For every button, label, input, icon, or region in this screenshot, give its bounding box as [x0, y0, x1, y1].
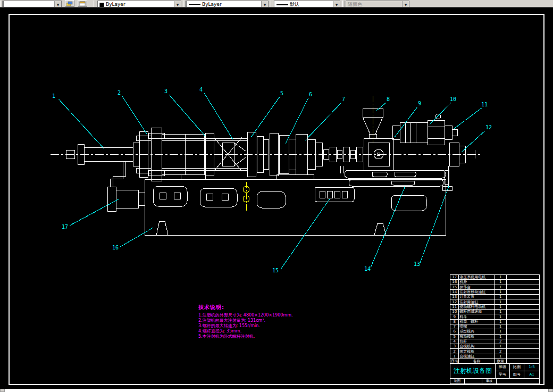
notes-title: 技术说明:	[198, 304, 292, 311]
bom-cell-name: 机筒、螺杆	[459, 319, 495, 324]
make-layer-current-icon-button[interactable]	[78, 0, 87, 7]
layer-sheet-icon	[79, 1, 86, 6]
callout-label: 10	[450, 96, 456, 102]
bom-cell-qty: 1	[495, 304, 506, 309]
bom-row: 15操作台1	[450, 285, 540, 289]
bom-row: 8机筒、螺杆1	[450, 319, 540, 324]
bom-cell-name: 机身	[459, 280, 495, 285]
toolbar-grip[interactable]	[0, 1, 3, 7]
bom-cell-remark	[506, 319, 539, 324]
chevron-down-icon: ▼	[402, 1, 409, 7]
toolbar-grip[interactable]	[271, 1, 273, 7]
bom-cell-no: 2	[450, 349, 459, 354]
scroll-nub[interactable]	[0, 389, 5, 392]
leader-lines	[58, 93, 485, 269]
properties-toolbar: ▼ ByLayer ▼ ByLayer ▼ 默认 ▼ 随颜色 ▼	[0, 0, 553, 7]
bom-cell-qty: 1	[495, 285, 506, 289]
bom-cell-remark	[506, 285, 539, 289]
lineweight-control-value: 默认	[288, 1, 333, 7]
bom-cell-name: 注射座移动油缸	[459, 289, 495, 294]
bom-cell-qty: 1	[495, 310, 506, 314]
bom-cell-qty: 1	[495, 275, 506, 280]
notes-line: 1.注塑机的外形尺寸为: 4800×1200×1900mm.	[198, 313, 292, 318]
callout-label: 15	[272, 268, 279, 273]
bom-cell-no: 17	[450, 275, 459, 280]
yellow-centerlines	[243, 96, 373, 212]
bom-cell-name: 料斗	[459, 314, 495, 319]
bom-row: 6成型模具1	[450, 329, 540, 334]
bom-cell-remark	[506, 310, 539, 314]
title-block-check-label: 审核	[482, 379, 497, 383]
bom-cell-qty: 1	[495, 299, 506, 304]
title-block-draw-label: 制图	[450, 379, 465, 383]
scroll-nub[interactable]	[548, 389, 553, 392]
bom-cell-name: 驱动螺杆电动机	[459, 304, 495, 309]
plot-style-control-value: 随颜色	[346, 1, 402, 7]
chevron-down-icon[interactable]: ▼	[54, 1, 61, 7]
bom-cell-name: 合模油缸	[459, 354, 495, 358]
chevron-down-icon[interactable]: ▼	[261, 1, 268, 7]
layer-properties-icon-button[interactable]	[65, 0, 74, 7]
notes-line: 5.本注射机为卧式螺杆注射机.	[198, 334, 292, 339]
layer-combo[interactable]: ▼	[3, 1, 62, 7]
bom-cell-remark	[506, 349, 539, 354]
bom-row: 12注射用油缸1	[450, 299, 540, 304]
lineweight-control-combo[interactable]: 默认 ▼	[274, 1, 340, 7]
callout-label: 16	[112, 245, 119, 251]
callout-label: 4	[199, 87, 203, 93]
bom-header-qty: 数量	[495, 359, 506, 364]
layers-icon	[66, 1, 73, 6]
bom-cell-remark	[506, 354, 539, 358]
color-control-value: ByLayer	[104, 1, 174, 7]
bom-cell-qty: 1	[495, 295, 506, 299]
bom-cell-remark	[506, 339, 539, 344]
callout-label: 17	[62, 224, 68, 230]
linetype-control-combo[interactable]: ByLayer ▼	[186, 1, 269, 7]
bom-cell-qty: 2	[495, 339, 506, 344]
bom-cell-no: 1	[450, 354, 459, 358]
bom-cell-qty: 1	[495, 329, 506, 334]
toolbar-grip[interactable]	[183, 1, 186, 7]
bom-cell-no: 5	[450, 334, 459, 339]
bottom-scroll-strip[interactable]	[0, 389, 553, 392]
bom-cell-remark	[506, 334, 539, 339]
bom-cell-no: 16	[450, 280, 459, 285]
bom-cell-remark	[506, 299, 539, 304]
chevron-down-icon[interactable]: ▼	[174, 1, 181, 7]
toolbar-grip[interactable]	[342, 1, 345, 7]
bom-cell-no: 3	[450, 344, 459, 349]
bom-cell-name: 液压系统用电机	[459, 275, 495, 280]
callout-label: 3	[164, 88, 167, 94]
bom-cell-name: 操作台	[459, 285, 495, 289]
callout-label: 12	[485, 124, 492, 130]
chevron-down-icon[interactable]: ▼	[333, 1, 340, 7]
bom-row: 9料斗1	[450, 314, 540, 319]
bom-cell-no: 6	[450, 329, 459, 334]
bom-cell-qty: 1	[495, 324, 506, 329]
title-block-sheet-value: A1	[524, 371, 539, 379]
linetype-control-value: ByLayer	[200, 1, 261, 7]
bom-cell-name: 固定模板	[459, 349, 495, 354]
color-control-combo[interactable]: ByLayer ▼	[97, 1, 181, 7]
callout-label: 14	[364, 266, 371, 272]
bom-cell-no: 8	[450, 319, 459, 324]
bom-cell-remark	[506, 275, 539, 280]
bom-cell-no: 4	[450, 339, 459, 344]
bom-header-name: 名称	[459, 359, 495, 364]
linetype-glyph-icon	[189, 4, 200, 5]
bom-cell-remark	[506, 314, 539, 319]
bom-cell-remark	[506, 324, 539, 329]
title-block-scale-value: 1:5	[524, 364, 539, 371]
bom-cell-remark	[506, 295, 539, 299]
bom-cell-no: 10	[450, 310, 459, 314]
title-block-scale-label: 比例	[510, 364, 524, 371]
bom-cell-qty: 2	[495, 349, 506, 354]
callout-label: 11	[481, 102, 488, 107]
notes-line: 3.螺杆的最大转速为: 155r/min.	[198, 323, 292, 329]
machine-drawing	[51, 109, 481, 235]
toolbar-grip[interactable]	[94, 1, 96, 7]
callout-label: 9	[418, 101, 421, 106]
bom-row: 4拉杆2	[450, 339, 540, 344]
bom-cell-no: 7	[450, 324, 459, 329]
drawing-title: 注射机设备图	[450, 364, 496, 378]
